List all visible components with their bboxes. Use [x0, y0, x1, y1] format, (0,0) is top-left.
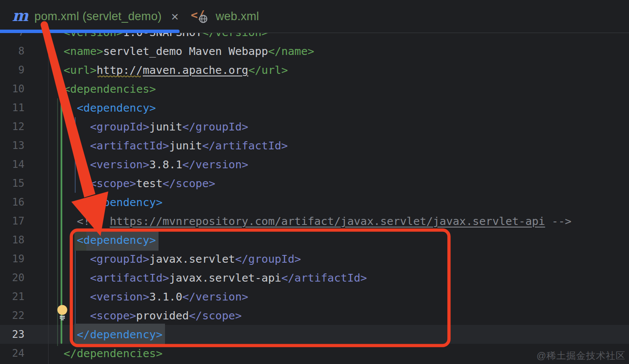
code-line-10[interactable]: 10<dependencies>: [0, 79, 629, 98]
line-number: 14: [0, 155, 24, 174]
code-line-15[interactable]: 15<scope>test</scope>: [0, 174, 629, 193]
line-number: 20: [0, 268, 24, 287]
code-text: </dependency>: [77, 325, 163, 344]
line-number: 16: [0, 193, 24, 212]
line-number: 23: [0, 325, 24, 344]
line-number: 11: [0, 98, 24, 117]
tab-pom-xml[interactable]: m pom.xml (servlet_demo) ×: [0, 0, 180, 33]
code-line-20[interactable]: 20<artifactId>javax.servlet-api</artifac…: [0, 268, 629, 287]
code-text: <groupId>junit</groupId>: [90, 117, 248, 136]
line-number: 18: [0, 231, 24, 249]
code-text: <dependencies>: [64, 79, 156, 98]
code-text: <name>servlet_demo Maven Webapp</name>: [64, 42, 314, 61]
code-text: <scope>provided</scope>: [90, 306, 241, 325]
code-text: <artifactId>javax.servlet-api</artifactI…: [90, 268, 367, 287]
code-line-18[interactable]: 18<dependency>: [0, 231, 629, 249]
code-line-17[interactable]: 17<!-- https://mvnrepository.com/artifac…: [0, 212, 629, 231]
line-number: 21: [0, 287, 24, 306]
editor-tab-bar: m pom.xml (servlet_demo) × </ web.xml: [0, 0, 629, 33]
line-number: 24: [0, 344, 24, 363]
line-number: 12: [0, 117, 24, 136]
indent-guide-dependency2: [75, 249, 76, 325]
code-line-8[interactable]: 8<name>servlet_demo Maven Webapp</name>: [0, 42, 629, 61]
editor[interactable]: 7<version>1.0-SNAPSHOT</version>8<name>s…: [0, 0, 629, 364]
line-number: 15: [0, 174, 24, 193]
tab-web-label: web.xml: [216, 10, 259, 23]
code-text: </dependency>: [77, 193, 163, 212]
intention-lightbulb-icon[interactable]: [56, 302, 68, 323]
code-text: </dependencies>: [64, 344, 162, 363]
globe-icon: [198, 14, 208, 25]
line-number: 13: [0, 136, 24, 155]
code-text: <url>http://maven.apache.org</url>: [64, 61, 288, 79]
code-text: <version>3.1.0</version>: [90, 287, 248, 306]
line-number: 8: [0, 42, 24, 61]
code-line-19[interactable]: 19<groupId>javax.servlet</groupId>: [0, 249, 629, 268]
code-text: <!-- https://mvnrepository.com/artifact/…: [77, 212, 571, 231]
code-line-9[interactable]: 9<url>http://maven.apache.org</url>: [0, 61, 629, 79]
tab-web-xml[interactable]: </ web.xml: [191, 0, 259, 33]
code-text: <dependency>: [77, 98, 156, 117]
code-line-23[interactable]: 23</dependency>: [0, 325, 629, 344]
code-text: <dependency>: [77, 231, 156, 249]
code-line-12[interactable]: 12<groupId>junit</groupId>: [0, 117, 629, 136]
line-number: 10: [0, 79, 24, 98]
watermark: @稀土掘金技术社区: [537, 349, 626, 362]
indent-guide-dependency1: [75, 117, 76, 193]
code-text: <version>3.8.1</version>: [90, 155, 248, 174]
code-line-16[interactable]: 16</dependency>: [0, 193, 629, 212]
gutter-separator: [48, 33, 49, 364]
line-number: 19: [0, 249, 24, 268]
code-line-24[interactable]: 24</dependencies>: [0, 344, 629, 363]
code-text: <scope>test</scope>: [90, 174, 215, 193]
maven-icon: m: [12, 8, 28, 23]
active-tab-indicator: [0, 30, 180, 33]
code-text: <artifactId>junit</artifactId>: [90, 136, 288, 155]
close-tab-icon[interactable]: ×: [171, 10, 179, 23]
line-number: 9: [0, 61, 24, 79]
line-number: 17: [0, 212, 24, 231]
code-line-13[interactable]: 13<artifactId>junit</artifactId>: [0, 136, 629, 155]
line-number: 22: [0, 306, 24, 325]
code-line-22[interactable]: 22<scope>provided</scope>: [0, 306, 629, 325]
code-text: <groupId>javax.servlet</groupId>: [90, 249, 301, 268]
code-line-11[interactable]: 11<dependency>: [0, 98, 629, 117]
code-line-14[interactable]: 14<version>3.8.1</version>: [0, 155, 629, 174]
code-line-21[interactable]: 21<version>3.1.0</version>: [0, 287, 629, 306]
webxml-icon: </: [191, 7, 210, 26]
tab-pom-label: pom.xml (servlet_demo): [34, 10, 162, 23]
